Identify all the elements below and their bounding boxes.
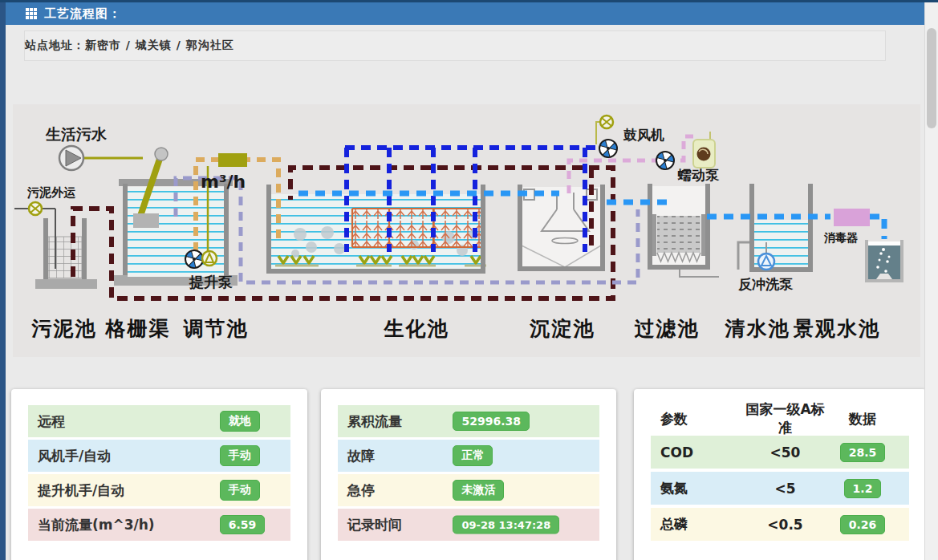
value-badge: 28.5 (840, 443, 886, 462)
row-label: 急停 (347, 481, 375, 500)
label-tank-sludge: 污泥池 (31, 317, 97, 340)
label-disinfector: 消毒器 (823, 231, 859, 244)
label-sewage-inflow: 生活污水 (45, 125, 108, 143)
label-peristaltic-pump: 蠕动泵 (677, 167, 720, 183)
column-header-data: 数据 (826, 410, 899, 428)
control-panel-card: 远程 就地 风机手/自动 手动 提升机手/自动 手动 当前流量(m^3/h) 6… (11, 389, 307, 560)
sludge-tank (35, 218, 97, 289)
status-badge: 就地 (220, 411, 260, 432)
label-sludge-out: 污泥外运 (26, 185, 76, 200)
blower-valve-icon (600, 116, 613, 128)
panel-row: 故障 正常 (338, 440, 599, 472)
header-bar: 工艺流程图： (6, 2, 924, 25)
breadcrumb: 站点地址：新密市 / 城关镇 / 郭沟社区 (24, 30, 886, 61)
label-blower: 鼓风机 (623, 127, 664, 143)
param-standard: <50 (745, 444, 826, 461)
quality-row: 氨氮 <5 1.2 (651, 472, 909, 505)
row-label: 远程 (38, 412, 65, 431)
quality-row: COD <50 28.5 (651, 436, 909, 469)
status-badge: 09-28 13:47:28 (453, 516, 559, 534)
top-border (0, 0, 938, 2)
backwash-pump-icon (758, 254, 774, 270)
blower-valve-line (596, 122, 600, 144)
panel-row: 急停 未激活 (338, 474, 599, 506)
grid-icon (26, 8, 37, 19)
sludge-valve-icon (29, 202, 42, 215)
row-label: 提升机手/自动 (38, 481, 124, 500)
column-header-standard: 国家一级A标准 (745, 400, 826, 437)
left-edge-strip (0, 0, 6, 560)
disinfector-box (834, 209, 870, 226)
param-name: 氨氮 (660, 479, 745, 497)
page-title: 工艺流程图： (44, 6, 121, 22)
label-tank-grid-channel: 格栅渠 (105, 317, 171, 340)
scrollbar-thumb[interactable] (927, 28, 936, 128)
param-standard: <5 (745, 481, 826, 497)
row-label: 当前流量(m^3/h) (38, 516, 155, 534)
param-standard: <0.5 (745, 517, 826, 533)
quality-row: 总磷 <0.5 0.26 (651, 508, 909, 541)
label-backwash-pump: 反冲洗泵 (737, 276, 794, 292)
status-badge: 52996.38 (453, 412, 530, 431)
status-badge: 手动 (220, 445, 260, 466)
status-badge: 正常 (453, 445, 493, 466)
label-tank-sedimentation: 沉淀池 (530, 317, 595, 340)
inflow-pump-icon (59, 146, 83, 170)
column-header-param: 参数 (660, 410, 745, 428)
water-quality-card: 参数 国家一级A标准 数据 COD <50 28.5 氨氮 <5 1.2 总磷 … (634, 389, 926, 560)
status-badge: 手动 (220, 480, 260, 501)
filter-tank (650, 184, 719, 277)
panel-row: 风机手/自动 手动 (28, 440, 290, 472)
label-tank-filter: 过滤池 (635, 317, 700, 340)
panel-row: 提升机手/自动 手动 (28, 474, 290, 506)
panel-row: 当前流量(m^3/h) 6.59 (28, 509, 290, 541)
panel-row: 记录时间 09-28 13:47:28 (338, 509, 599, 541)
status-badge: 6.59 (220, 515, 266, 534)
row-label: 故障 (347, 447, 375, 465)
peristaltic-pump-head (693, 132, 715, 168)
status-badge: 未激活 (453, 480, 504, 501)
value-badge: 0.26 (840, 515, 886, 534)
label-tank-clear-water: 清水池 (725, 317, 790, 340)
blower-fan-icon (599, 140, 619, 160)
clear-water-tank (738, 184, 810, 270)
label-tank-regulating: 调节池 (183, 317, 249, 340)
panel-row: 累积流量 52996.38 (338, 405, 599, 437)
row-label: 风机手/自动 (38, 447, 111, 465)
panel-row: 远程 就地 (28, 405, 290, 437)
label-tank-biochemical: 生化池 (384, 317, 449, 340)
landscape-pool (867, 240, 902, 281)
process-flow-diagram: 生活污水 污泥外运 m³/h 提升泵 鼓风机 蠕动泵 反冲洗泵 消毒器 污泥池 … (13, 104, 920, 357)
row-label: 累积流量 (347, 412, 402, 431)
param-name: COD (660, 444, 745, 461)
peristaltic-fan-icon (656, 152, 676, 172)
quality-header-row: 参数 国家一级A标准 数据 (651, 405, 909, 432)
flow-meter (218, 153, 247, 167)
biochemical-tank (269, 185, 486, 274)
row-label: 记录时间 (347, 516, 402, 534)
label-lift-pump: 提升泵 (189, 274, 233, 290)
status-panel-card: 累积流量 52996.38 故障 正常 急停 未激活 记录时间 09-28 13… (321, 389, 616, 560)
label-tank-landscape: 景观水池 (793, 317, 880, 340)
param-name: 总磷 (660, 515, 745, 534)
value-badge: 1.2 (844, 479, 882, 498)
vertical-scrollbar[interactable] (924, 2, 938, 560)
label-flow-unit: m³/h (201, 172, 246, 192)
breadcrumb-text: 站点地址：新密市 / 城关镇 / 郭沟社区 (25, 39, 234, 53)
biofilm-media (352, 209, 483, 246)
lift-pump-valve-icon (202, 251, 217, 266)
filter-media (657, 216, 700, 253)
